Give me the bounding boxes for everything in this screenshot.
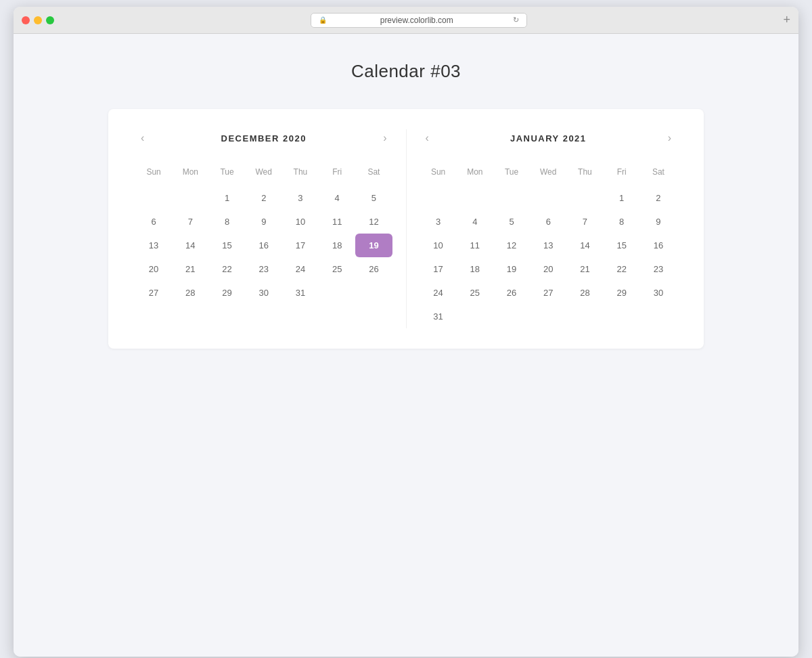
day-cell <box>493 186 530 210</box>
day-cell[interactable]: 24 <box>282 257 319 281</box>
day-cell[interactable]: 9 <box>246 210 282 234</box>
day-cell[interactable]: 11 <box>319 210 355 234</box>
day-headers-december: Sun Mon Tue Wed Thu Fri Sat <box>135 163 392 181</box>
day-cell[interactable]: 19 <box>355 234 392 257</box>
prev-month-button-jan[interactable]: ‹ <box>420 129 434 147</box>
browser-titlebar: 🔒 ↻ + <box>14 7 798 34</box>
day-cell[interactable]: 31 <box>282 281 319 305</box>
day-cell[interactable]: 20 <box>530 257 566 281</box>
day-cell[interactable]: 21 <box>566 257 603 281</box>
day-cell[interactable]: 11 <box>457 234 493 257</box>
day-cell[interactable]: 29 <box>604 281 640 305</box>
day-cell[interactable]: 17 <box>420 257 457 281</box>
calendar-december: ‹ DECEMBER 2020 › Sun Mon Tue Wed Thu Fr… <box>122 129 407 328</box>
day-cell[interactable]: 21 <box>172 257 208 281</box>
day-cell[interactable]: 26 <box>355 257 392 281</box>
day-cell[interactable]: 25 <box>457 281 493 305</box>
day-cell[interactable]: 6 <box>135 210 172 234</box>
new-tab-button[interactable]: + <box>783 13 790 27</box>
day-grid-december: 1234567891011121314151617181920212223242… <box>135 186 392 305</box>
month-header-december: ‹ DECEMBER 2020 › <box>135 129 392 147</box>
traffic-lights <box>22 16 54 24</box>
day-cell[interactable]: 16 <box>246 234 282 257</box>
day-cell[interactable]: 30 <box>640 281 677 305</box>
day-cell[interactable]: 5 <box>355 186 392 210</box>
day-cell[interactable]: 24 <box>420 281 457 305</box>
day-cell[interactable]: 29 <box>208 281 245 305</box>
next-month-button-dec[interactable]: › <box>378 129 392 147</box>
day-cell[interactable]: 30 <box>246 281 282 305</box>
day-cell[interactable]: 15 <box>604 234 640 257</box>
day-cell[interactable]: 8 <box>208 210 245 234</box>
day-cell[interactable]: 2 <box>640 186 677 210</box>
day-cell[interactable]: 6 <box>530 210 566 234</box>
day-header-sun-dec: Sun <box>135 163 172 181</box>
day-cell[interactable]: 22 <box>208 257 245 281</box>
day-cell[interactable]: 28 <box>172 281 208 305</box>
day-cell[interactable]: 10 <box>282 210 319 234</box>
day-cell <box>640 305 677 328</box>
day-cell[interactable]: 23 <box>640 257 677 281</box>
day-cell[interactable]: 18 <box>457 257 493 281</box>
day-cell[interactable]: 16 <box>640 234 677 257</box>
day-cell <box>172 186 208 210</box>
day-cell[interactable]: 25 <box>319 257 355 281</box>
day-cell <box>420 186 457 210</box>
next-month-button-jan[interactable]: › <box>662 129 677 147</box>
browser-content: Calendar #03 ‹ DECEMBER 2020 › Sun Mon T… <box>14 34 798 657</box>
day-cell[interactable]: 28 <box>566 281 603 305</box>
month-header-january: ‹ JANUARY 2021 › <box>420 129 677 147</box>
day-cell[interactable]: 14 <box>566 234 603 257</box>
day-cell[interactable]: 23 <box>246 257 282 281</box>
day-header-thu-jan: Thu <box>566 163 603 181</box>
day-cell[interactable]: 10 <box>420 234 457 257</box>
day-cell <box>604 305 640 328</box>
day-cell[interactable]: 14 <box>172 234 208 257</box>
calendar-january: ‹ JANUARY 2021 › Sun Mon Tue Wed Thu Fri… <box>407 129 691 328</box>
day-header-mon-jan: Mon <box>457 163 493 181</box>
minimize-button[interactable] <box>34 16 42 24</box>
day-cell[interactable]: 2 <box>246 186 282 210</box>
day-cell[interactable]: 12 <box>355 210 392 234</box>
close-button[interactable] <box>22 16 30 24</box>
reload-icon[interactable]: ↻ <box>513 16 519 24</box>
prev-month-button-dec[interactable]: ‹ <box>135 129 150 147</box>
day-cell[interactable]: 3 <box>282 186 319 210</box>
day-cell[interactable]: 8 <box>604 210 640 234</box>
day-cell <box>457 305 493 328</box>
day-header-fri-dec: Fri <box>319 163 355 181</box>
day-cell[interactable]: 13 <box>530 234 566 257</box>
day-header-tue-jan: Tue <box>493 163 530 181</box>
day-cell <box>355 281 392 305</box>
day-cell[interactable]: 4 <box>457 210 493 234</box>
day-cell[interactable]: 19 <box>493 257 530 281</box>
lock-icon: 🔒 <box>319 16 327 24</box>
day-cell <box>530 305 566 328</box>
day-cell[interactable]: 1 <box>208 186 245 210</box>
day-cell <box>566 305 603 328</box>
page-title: Calendar #03 <box>27 61 785 82</box>
day-cell[interactable]: 9 <box>640 210 677 234</box>
day-cell[interactable]: 5 <box>493 210 530 234</box>
day-cell[interactable]: 7 <box>172 210 208 234</box>
day-cell[interactable]: 22 <box>604 257 640 281</box>
maximize-button[interactable] <box>46 16 54 24</box>
day-header-wed-jan: Wed <box>530 163 566 181</box>
url-input[interactable] <box>311 13 527 28</box>
day-cell[interactable]: 26 <box>493 281 530 305</box>
day-cell <box>457 186 493 210</box>
day-cell[interactable]: 12 <box>493 234 530 257</box>
day-cell[interactable]: 13 <box>135 234 172 257</box>
day-cell[interactable]: 20 <box>135 257 172 281</box>
day-cell[interactable]: 18 <box>319 234 355 257</box>
day-cell[interactable]: 27 <box>530 281 566 305</box>
day-cell[interactable]: 17 <box>282 234 319 257</box>
day-cell[interactable]: 15 <box>208 234 245 257</box>
day-cell[interactable]: 3 <box>420 210 457 234</box>
day-cell[interactable]: 4 <box>319 186 355 210</box>
day-cell[interactable]: 27 <box>135 281 172 305</box>
url-bar: 🔒 ↻ <box>60 13 777 28</box>
day-cell[interactable]: 7 <box>566 210 603 234</box>
day-cell[interactable]: 1 <box>604 186 640 210</box>
day-cell[interactable]: 31 <box>420 305 457 328</box>
